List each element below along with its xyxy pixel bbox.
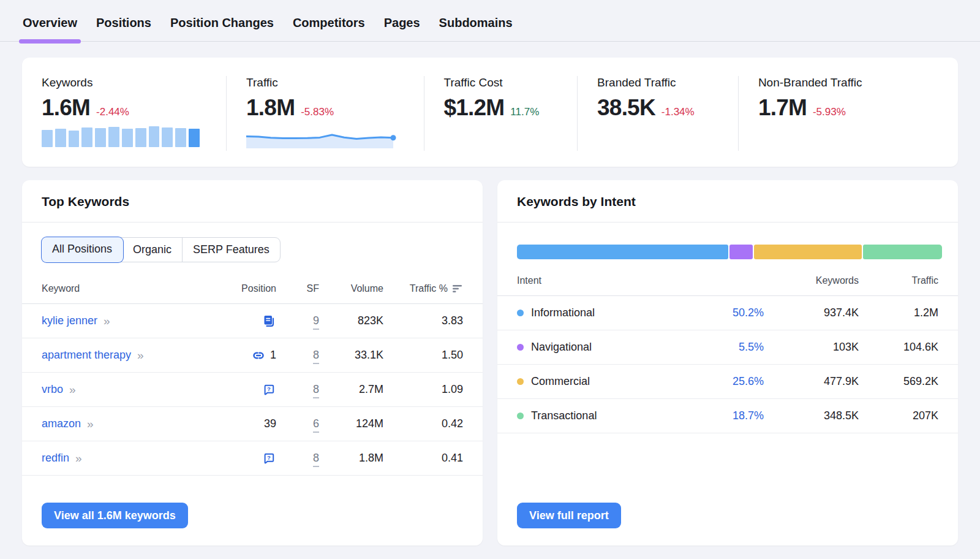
tab-positions[interactable]: Positions xyxy=(96,16,151,41)
intent-traffic-value: 207K xyxy=(859,409,938,422)
svg-text:?: ? xyxy=(267,386,271,392)
table-row: Navigational 5.5% 103K 104.6K xyxy=(497,330,958,365)
metric-change: -5.83% xyxy=(301,106,334,118)
keyword-link[interactable]: apartment therapy xyxy=(42,349,131,362)
serp-features-count[interactable]: 9 xyxy=(313,314,319,330)
panel-title: Keywords by Intent xyxy=(517,194,938,209)
metric-value: 38.5K xyxy=(597,95,655,121)
sort-descending-icon[interactable] xyxy=(453,284,463,293)
traffic-pct-value: 1.09 xyxy=(383,383,463,396)
metric-change: -5.93% xyxy=(813,106,846,118)
table-row: vrbo » ? 8 2.7M 1.09 xyxy=(22,373,483,407)
volume-value: 124M xyxy=(319,417,383,430)
serp-features-count[interactable]: 6 xyxy=(313,417,319,433)
keywords-table-header: Keyword Position SF Volume Traffic % xyxy=(22,276,483,304)
intent-keywords-value: 937.4K xyxy=(764,306,859,319)
tab-subdomains[interactable]: Subdomains xyxy=(439,16,513,41)
keywords-by-intent-panel: Keywords by Intent Intent Keywords Traff… xyxy=(497,180,958,546)
pages-icon[interactable] xyxy=(262,314,276,329)
metric-value: $1.2M xyxy=(444,95,505,121)
keyword-link[interactable]: redfin xyxy=(42,452,69,465)
metric-label: Traffic Cost xyxy=(444,76,578,89)
expand-keyword-icon[interactable]: » xyxy=(104,314,109,328)
keywords-trend-chart xyxy=(42,126,200,147)
col-position: Position xyxy=(227,283,276,294)
metric-label: Traffic xyxy=(246,76,423,89)
col-sf: SF xyxy=(276,283,319,294)
intent-traffic-value: 569.2K xyxy=(859,375,938,388)
serp-features-count[interactable]: 8 xyxy=(313,452,319,467)
intent-traffic-value: 1.2M xyxy=(859,306,938,319)
view-all-keywords-button[interactable]: View all 1.6M keywords xyxy=(42,503,188,528)
svg-text:?: ? xyxy=(267,454,271,461)
intent-keywords-value: 477.9K xyxy=(764,375,859,388)
intent-table-header: Intent Keywords Traffic xyxy=(497,268,958,296)
expand-keyword-icon[interactable]: » xyxy=(75,452,81,465)
intent-percent-link[interactable]: 50.2% xyxy=(733,306,764,319)
traffic-pct-value: 0.42 xyxy=(383,417,463,430)
traffic-pct-value: 1.50 xyxy=(383,349,463,362)
filter-serp-features[interactable]: SERP Features xyxy=(183,238,280,262)
positions-filter: All Positions Organic SERP Features xyxy=(42,237,281,262)
question-bubble-icon[interactable]: ? xyxy=(262,382,276,397)
filter-organic[interactable]: Organic xyxy=(123,238,183,262)
metric-keywords: Keywords 1.6M -2.44% xyxy=(22,76,226,151)
col-intent: Intent xyxy=(517,275,690,286)
position-value: 1 xyxy=(270,349,276,362)
intent-label: Transactional xyxy=(531,409,597,422)
table-row: Transactional 18.7% 348.5K 207K xyxy=(497,399,958,433)
table-row: apartment therapy » 1 8 33.1K 1.50 xyxy=(22,338,483,373)
intent-keywords-value: 348.5K xyxy=(764,409,859,422)
keyword-link[interactable]: amazon xyxy=(42,417,81,430)
view-full-report-button[interactable]: View full report xyxy=(517,503,621,528)
table-row: amazon » 39 6 124M 0.42 xyxy=(22,407,483,441)
table-row: Commercial 25.6% 477.9K 569.2K xyxy=(497,365,958,399)
intent-label: Informational xyxy=(531,306,595,319)
metric-traffic-cost: Traffic Cost $1.2M 11.7% xyxy=(424,76,578,151)
tab-pages[interactable]: Pages xyxy=(384,16,420,41)
traffic-pct-value: 0.41 xyxy=(383,452,463,465)
metric-label: Branded Traffic xyxy=(597,76,738,89)
metric-value: 1.8M xyxy=(246,95,295,121)
metric-traffic: Traffic 1.8M -5.83% xyxy=(226,76,423,151)
metric-label: Non-Branded Traffic xyxy=(758,76,958,89)
col-traffic-pct: Traffic % xyxy=(410,283,448,294)
serp-features-count[interactable]: 8 xyxy=(313,383,319,398)
metric-value: 1.6M xyxy=(42,95,90,121)
intent-percent-link[interactable]: 5.5% xyxy=(739,341,764,353)
col-volume: Volume xyxy=(319,283,383,294)
metric-branded-traffic: Branded Traffic 38.5K -1.34% xyxy=(577,76,738,151)
intent-label: Navigational xyxy=(531,341,592,354)
intent-percent-link[interactable]: 18.7% xyxy=(733,409,764,422)
col-traffic: Traffic xyxy=(859,275,938,286)
metric-value: 1.7M xyxy=(758,95,807,121)
commercial-dot-icon xyxy=(517,378,524,385)
url-icon[interactable] xyxy=(251,348,266,363)
tab-competitors[interactable]: Competitors xyxy=(293,16,365,41)
report-tabs: Overview Positions Position Changes Comp… xyxy=(0,0,980,42)
expand-keyword-icon[interactable]: » xyxy=(87,417,92,431)
summary-metrics-card: Keywords 1.6M -2.44% Traffic 1.8M -5.83%… xyxy=(22,58,958,167)
filter-all-positions[interactable]: All Positions xyxy=(42,237,123,262)
top-keywords-panel: Top Keywords All Positions Organic SERP … xyxy=(22,180,483,546)
metric-change: -2.44% xyxy=(96,106,129,118)
intent-traffic-value: 104.6K xyxy=(859,341,938,354)
volume-value: 823K xyxy=(319,314,383,327)
intent-keywords-value: 103K xyxy=(764,341,859,354)
expand-keyword-icon[interactable]: » xyxy=(137,349,143,362)
intent-percent-link[interactable]: 25.6% xyxy=(733,375,764,387)
table-row: kylie jenner » 9 823K 3.83 xyxy=(22,304,483,338)
serp-features-count[interactable]: 8 xyxy=(313,349,319,364)
transactional-dot-icon xyxy=(517,413,524,419)
metric-change: 11.7% xyxy=(510,106,539,118)
tab-overview[interactable]: Overview xyxy=(23,16,77,41)
keyword-link[interactable]: kylie jenner xyxy=(42,314,97,327)
tab-position-changes[interactable]: Position Changes xyxy=(170,16,274,41)
traffic-pct-value: 3.83 xyxy=(383,314,463,327)
question-bubble-icon[interactable]: ? xyxy=(262,451,276,466)
metric-label: Keywords xyxy=(42,76,226,89)
keyword-link[interactable]: vrbo xyxy=(42,383,63,396)
expand-keyword-icon[interactable]: » xyxy=(69,383,75,397)
metric-non-branded-traffic: Non-Branded Traffic 1.7M -5.93% xyxy=(738,76,958,151)
navigational-dot-icon xyxy=(517,344,524,351)
